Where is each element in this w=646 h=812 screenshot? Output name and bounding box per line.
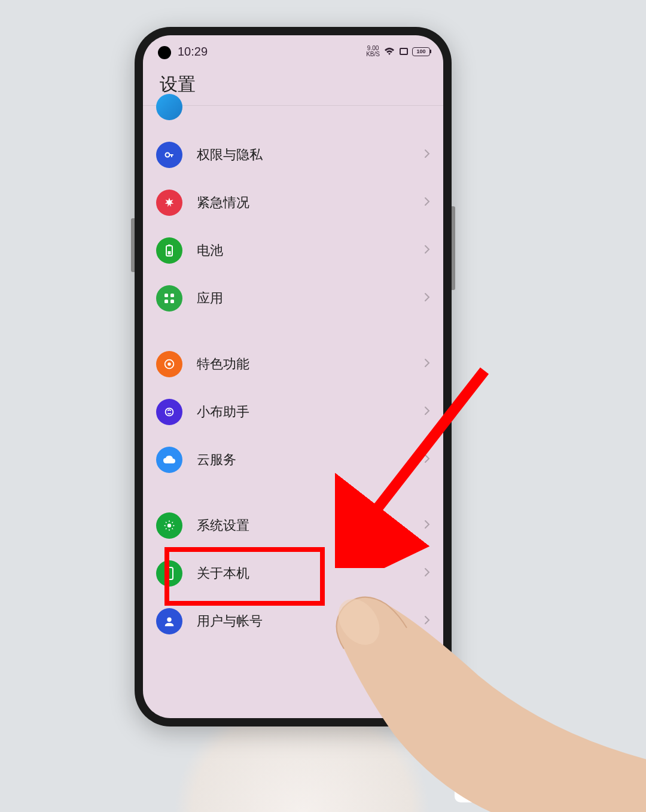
svg-rect-9 (170, 300, 174, 303)
svg-point-2 (166, 153, 170, 157)
item-label: 关于本机 (197, 564, 424, 582)
apps-icon (156, 285, 182, 312)
partial-scrolled-item[interactable] (143, 106, 443, 131)
item-label: 电池 (197, 242, 424, 260)
chevron-right-icon (424, 149, 430, 161)
status-bar: 10:29 9.00 KB/S 100 (143, 35, 443, 68)
phone-screen: 10:29 9.00 KB/S 100 设置 (143, 35, 443, 718)
item-label: 用户与帐号 (197, 612, 424, 630)
item-label: 应用 (197, 289, 424, 307)
item-label: 权限与隐私 (197, 146, 424, 164)
svg-rect-20 (470, 790, 474, 794)
svg-rect-14 (166, 567, 173, 579)
svg-point-15 (167, 618, 171, 622)
chevron-right-icon (424, 245, 430, 257)
svg-rect-4 (168, 245, 170, 246)
cloud-icon (156, 447, 182, 473)
front-camera (158, 46, 171, 59)
chevron-right-icon (424, 454, 430, 466)
chevron-right-icon (424, 406, 430, 418)
phone-frame: 10:29 9.00 KB/S 100 设置 (135, 27, 452, 726)
item-cloud[interactable]: 云服务 (143, 436, 443, 484)
settings-list-group-2: 特色功能 小布助手 云服务 (143, 340, 443, 484)
chevron-right-icon (424, 615, 430, 627)
chevron-right-icon (424, 520, 430, 532)
battery-settings-icon (156, 237, 182, 264)
user-account-icon (156, 608, 182, 634)
watermark-brand: 头条 (488, 779, 519, 799)
item-emergency[interactable]: 紧急情况 (143, 179, 443, 227)
volte-icon (399, 47, 409, 56)
item-assistant[interactable]: 小布助手 (143, 388, 443, 436)
item-user-account[interactable]: 用户与帐号 (143, 597, 443, 645)
svg-rect-8 (164, 300, 168, 303)
svg-rect-1 (401, 49, 407, 54)
emergency-icon (156, 190, 182, 216)
about-phone-icon (156, 560, 182, 587)
watermark: 头条 @小俊技术分享 (455, 775, 634, 802)
item-label: 云服务 (197, 451, 424, 469)
svg-rect-19 (470, 783, 474, 788)
status-icons: 9.00 KB/S 100 (366, 45, 430, 57)
privacy-icon (156, 142, 182, 168)
svg-point-12 (166, 408, 173, 416)
chevron-right-icon (424, 567, 430, 579)
svg-point-11 (167, 362, 171, 366)
settings-list-group-1: 权限与隐私 紧急情况 电池 应用 (143, 131, 443, 322)
item-battery[interactable]: 电池 (143, 227, 443, 274)
status-time: 10:29 (178, 45, 208, 59)
chevron-right-icon (424, 358, 430, 370)
chevron-right-icon (424, 292, 430, 304)
item-about-phone[interactable]: 关于本机 (143, 550, 443, 597)
wifi-icon (383, 47, 395, 56)
item-label: 特色功能 (197, 355, 424, 373)
network-speed: 9.00 KB/S (366, 45, 380, 57)
svg-rect-18 (462, 783, 467, 794)
power-button (452, 206, 455, 290)
settings-list-group-3: 系统设置 关于本机 用户与帐号 (143, 502, 443, 645)
item-apps[interactable]: 应用 (143, 274, 443, 322)
partial-item-icon (156, 94, 182, 120)
item-system-settings[interactable]: 系统设置 (143, 502, 443, 550)
watermark-logo (455, 775, 482, 802)
item-features[interactable]: 特色功能 (143, 340, 443, 388)
item-label: 小布助手 (197, 403, 424, 421)
item-label: 紧急情况 (197, 194, 424, 212)
battery-icon: 100 (412, 47, 430, 56)
features-icon (156, 351, 182, 377)
system-settings-icon (156, 512, 182, 539)
assistant-icon (156, 399, 182, 425)
svg-rect-7 (170, 294, 174, 297)
svg-point-13 (167, 524, 171, 527)
chevron-right-icon (424, 197, 430, 209)
volume-button (131, 218, 135, 272)
watermark-author: @小俊技术分享 (525, 779, 634, 799)
svg-rect-6 (164, 294, 168, 297)
page-title: 设置 (143, 68, 443, 105)
svg-rect-5 (168, 251, 171, 255)
item-label: 系统设置 (197, 517, 424, 535)
item-privacy[interactable]: 权限与隐私 (143, 131, 443, 179)
